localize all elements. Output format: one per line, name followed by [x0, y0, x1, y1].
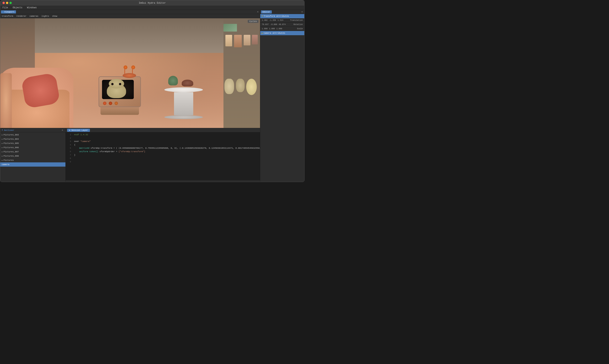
shelf-item-5 — [225, 79, 234, 94]
main-content: ▼ Viewport ✕ transform renderer cameras … — [0, 10, 304, 182]
table-leg — [174, 92, 193, 115]
outliner-item-pictures003[interactable]: ▶ Pictures_003 — [0, 133, 66, 137]
rotation-z: 49.074 — [279, 24, 286, 26]
toolbar-cameras[interactable]: cameras — [29, 15, 38, 17]
round-table — [164, 87, 203, 119]
viewport-tab-label: Viewport — [4, 11, 14, 13]
scale-row: 1.000 1.000 1.000 Scale — [260, 27, 304, 31]
shelf-item-7 — [246, 79, 257, 95]
shelf-item-1 — [225, 35, 232, 46]
outliner-label-7: camera — [2, 163, 9, 166]
viewport-tab[interactable]: ▼ Viewport — [1, 10, 16, 13]
rotation-x: 79.037 — [262, 24, 269, 26]
tv-body — [99, 76, 141, 107]
bottom-section: ▼ Outliner ✕ ▶ Pictures_003 ▶ Pictures_0… — [0, 128, 260, 182]
shelf-item-3 — [244, 35, 251, 45]
code-content-5b: xformOp:transform = ( (0.655089688970917… — [89, 147, 257, 150]
code-content-3a: over — [74, 140, 80, 143]
arrow-icon-6: ▶ — [2, 159, 3, 161]
code-type-5: matrix4d — [79, 147, 89, 150]
scene-right-shelf — [224, 18, 260, 128]
outliner-item-pictures007[interactable]: ▶ Pictures_007 — [0, 150, 66, 154]
camera-attributes-header[interactable]: ▶ Camera attributes — [260, 31, 304, 35]
rotation-label: Rotation — [293, 24, 303, 26]
menu-windows[interactable]: Windows — [26, 6, 37, 9]
session-tab-triangle: ▼ — [69, 130, 70, 131]
cup-green — [168, 76, 178, 85]
outliner-label-4: Pictures_007 — [3, 151, 19, 153]
session-layer-panel: ▼ Session Layer ✕ 1 #sdf 1.4.32 2 — [66, 128, 260, 182]
translation-x: 1.482 — [262, 19, 267, 21]
translation-z: 1.524 — [278, 19, 283, 21]
code-content-5c: 50, 0), (0.741761... — [257, 147, 260, 150]
scene-overlay: Cycles — [0, 18, 260, 128]
line-num-8: 8 — [67, 157, 71, 160]
hat-brown — [182, 80, 193, 86]
shelf-accent — [224, 24, 237, 32]
minimize-button[interactable] — [6, 2, 8, 4]
outliner-triangle-icon: ▼ — [2, 129, 3, 131]
viewport-toolbar: transform renderer cameras lights show — [0, 14, 260, 18]
code-string-6: ["xformOp:transform"] — [119, 150, 145, 154]
translation-y: -1.350 — [269, 19, 276, 21]
editor-tab-bar: Editor ✕ — [260, 10, 304, 14]
tv-unit — [99, 76, 141, 115]
shelf-item-4 — [252, 35, 258, 44]
main-window: ImGui Hydra Editor File Objects Windows … — [0, 0, 304, 182]
arrow-icon-0: ▶ — [2, 134, 3, 136]
rotation-y: -0.000 — [270, 24, 277, 26]
close-button[interactable] — [2, 2, 5, 4]
shelf-item-2 — [234, 35, 242, 47]
session-layer-tab[interactable]: ▼ Session Layer — [67, 129, 90, 132]
window-title: ImGui Hydra Editor — [139, 1, 166, 4]
outliner-label-3: Pictures_006 — [3, 146, 19, 149]
shelf-item-6 — [236, 79, 245, 92]
outliner-label-6: Pictures — [3, 159, 14, 161]
rotation-values: 79.037 -0.000 49.074 — [262, 24, 286, 26]
editor-close-btn[interactable]: ✕ — [301, 10, 304, 13]
outliner-item-camera[interactable]: camera — [0, 162, 66, 167]
scale-z: 1.000 — [276, 28, 282, 30]
menu-file[interactable]: File — [2, 6, 9, 9]
outliner-item-pictures008[interactable]: ▶ Pictures_008 — [0, 154, 66, 158]
toolbar-renderer[interactable]: renderer — [16, 15, 26, 17]
scale-y: 1.000 — [269, 28, 275, 30]
code-content-5a — [74, 147, 79, 150]
tv-button-1 — [103, 102, 106, 105]
line-num-7: 7 — [67, 154, 71, 157]
viewport-close-btn[interactable]: ✕ — [256, 10, 259, 13]
code-line-7: 7 } — [67, 154, 260, 157]
translation-row: 1.482 -1.350 1.524 Translation — [260, 18, 304, 23]
line-num-9: 9 — [67, 160, 71, 164]
toolbar-lights[interactable]: lights — [41, 15, 49, 17]
outliner-item-pictures004[interactable]: ▶ Pictures_004 — [0, 137, 66, 141]
chair-arm-left — [0, 73, 12, 128]
toolbar-show[interactable]: show — [52, 15, 57, 17]
viewport-tab-bar: ▼ Viewport ✕ — [0, 10, 260, 14]
outliner-item-pictures005[interactable]: ▶ Pictures_005 — [0, 141, 66, 145]
viewport-tab-triangle: ▼ — [2, 11, 3, 13]
outliner-item-pictures[interactable]: ▶ Pictures — [0, 158, 66, 162]
code-scrollbar-x[interactable] — [66, 180, 260, 182]
snail-eye-right — [131, 65, 135, 69]
line-num-3: 3 — [67, 140, 71, 143]
arrow-icon-2: ▶ — [2, 142, 3, 144]
outliner-close-btn[interactable]: ✕ — [61, 129, 64, 131]
editor-tab[interactable]: Editor — [261, 10, 272, 13]
transform-attributes-header[interactable]: ▼ Transform attributes — [260, 14, 304, 18]
toolbar-transform[interactable]: transform — [2, 15, 13, 17]
code-string-3: "camera" — [80, 140, 91, 143]
code-content-1: #sdf 1.4.32 — [74, 133, 88, 137]
arrow-icon-3: ▶ — [2, 147, 3, 149]
snail-stalk-left — [124, 68, 125, 74]
snail-body — [123, 73, 136, 78]
editor-panel-content: ▼ Transform attributes 1.482 -1.350 1.52… — [260, 14, 304, 182]
tv-button-3 — [115, 102, 118, 105]
tv-eye-right — [119, 83, 121, 85]
code-area: 1 #sdf 1.4.32 2 3 over "camera" 4 — [66, 132, 260, 180]
outliner-item-pictures006[interactable]: ▶ Pictures_006 — [0, 145, 66, 150]
traffic-lights — [2, 2, 12, 4]
menu-objects[interactable]: Objects — [12, 6, 23, 9]
maximize-button[interactable] — [9, 2, 12, 4]
session-layer-header: ▼ Session Layer ✕ — [66, 128, 260, 132]
